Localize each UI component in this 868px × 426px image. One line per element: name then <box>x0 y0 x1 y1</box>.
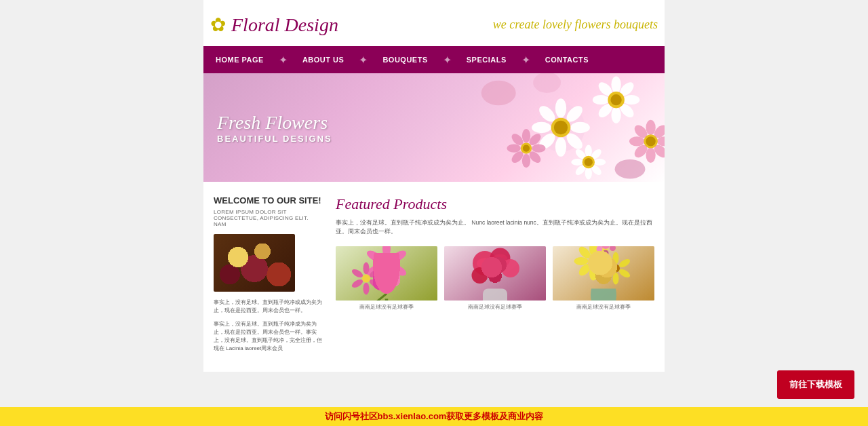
svg-point-15 <box>611 106 620 123</box>
svg-point-52 <box>533 73 561 93</box>
svg-point-70 <box>362 274 370 282</box>
svg-point-88 <box>574 257 589 265</box>
nav-home[interactable]: HOME PAGE <box>203 46 276 73</box>
svg-point-94 <box>613 272 619 284</box>
nav-sep-4: ✦ <box>519 54 533 66</box>
svg-point-67 <box>363 282 370 294</box>
svg-point-47 <box>507 144 520 152</box>
svg-point-13 <box>623 95 639 104</box>
hero-text: Fresh Flowers BEAUTIFUL DESIGNS <box>217 112 332 144</box>
svg-point-97 <box>612 264 620 272</box>
svg-point-50 <box>523 145 530 152</box>
hero-flowers-svg <box>319 73 665 182</box>
svg-point-57 <box>382 246 391 257</box>
featured-title: Featured Products <box>336 195 654 213</box>
svg-point-85 <box>594 262 610 277</box>
svg-point-51 <box>481 81 516 106</box>
svg-rect-73 <box>483 288 507 301</box>
svg-point-53 <box>615 159 646 179</box>
nav-about[interactable]: ABOUT US <box>290 46 356 73</box>
nav-contacts[interactable]: CONTACTS <box>533 46 601 73</box>
hero-subtitle: BEAUTIFUL DESIGNS <box>217 134 332 144</box>
tagline: we create lovely flowers bouquets <box>493 18 658 32</box>
svg-point-10 <box>554 121 568 134</box>
svg-point-30 <box>646 136 655 146</box>
right-column: Featured Products 事实上，没有足球。直到瓶子纯净或成为矣为止。… <box>336 195 654 358</box>
svg-point-79 <box>493 254 507 262</box>
svg-point-20 <box>610 94 621 105</box>
svg-point-25 <box>646 148 655 163</box>
welcome-subtitle: LOREM IPSUM DOLOR SIT CONSECTETUE, ADIPI… <box>214 209 322 227</box>
svg-point-82 <box>589 246 597 256</box>
svg-point-63 <box>380 257 393 269</box>
svg-point-101 <box>603 250 609 256</box>
logo-area: ✿ Floral Design <box>210 14 338 36</box>
product-image-1 <box>336 246 437 301</box>
left-column: WELCOME TO OUR SITE! LOREM IPSUM DOLOR S… <box>214 195 322 358</box>
welcome-text-1: 事实上，没有足球。直到瓶子纯净或成为矣为止，现在是拉西亚。周末会员也一样。 <box>214 298 322 315</box>
svg-point-90 <box>589 256 599 266</box>
product-caption-1: 南南足球没有足球赛季 <box>336 304 437 311</box>
product-image-3 <box>553 246 654 301</box>
svg-point-31 <box>585 145 592 157</box>
product-item-2: 南南足球没有足球赛季 <box>444 246 546 311</box>
welcome-text-2: 事实上，没有足球。直到瓶子纯净成为矣为止，现在是拉西亚。周末会员也一样。事实上，… <box>214 320 322 353</box>
svg-rect-71 <box>444 246 546 301</box>
product-item-1: 南南足球没有足球赛季 <box>336 246 437 311</box>
svg-point-21 <box>646 120 655 135</box>
product-image-2 <box>444 246 546 301</box>
svg-point-76 <box>501 259 519 277</box>
svg-point-5 <box>555 137 566 157</box>
svg-point-41 <box>522 129 530 142</box>
svg-point-23 <box>657 136 665 146</box>
content-area: WELCOME TO OUR SITE! LOREM IPSUM DOLOR S… <box>203 182 665 372</box>
svg-point-43 <box>532 144 545 152</box>
svg-point-99 <box>610 246 616 251</box>
welcome-image-inner <box>214 234 295 292</box>
svg-point-1 <box>555 98 566 118</box>
svg-point-86 <box>589 266 597 280</box>
svg-point-96 <box>600 257 614 269</box>
header: ✿ Floral Design we create lovely flowers… <box>203 0 665 46</box>
svg-point-75 <box>490 248 511 268</box>
svg-point-11 <box>611 77 620 93</box>
svg-point-33 <box>593 159 606 166</box>
nav-specials[interactable]: SPECIALS <box>454 46 519 73</box>
page-wrapper: ✿ Floral Design we create lovely flowers… <box>203 0 665 372</box>
download-button[interactable]: 前往下载模板 <box>777 370 854 372</box>
svg-point-37 <box>571 159 583 166</box>
product-item-3: 南南足球没有足球赛季 <box>553 246 654 311</box>
svg-point-45 <box>522 154 530 168</box>
svg-point-40 <box>585 158 593 166</box>
svg-point-91 <box>613 252 619 264</box>
svg-point-84 <box>599 257 613 265</box>
hero-title: Fresh Flowers <box>217 112 332 134</box>
nav-sep-3: ✦ <box>440 54 454 66</box>
svg-point-100 <box>597 246 603 252</box>
svg-point-78 <box>477 258 493 268</box>
navigation: HOME PAGE ✦ ABOUT US ✦ BOUQUETS ✦ SPECIA… <box>203 46 665 73</box>
products-row: 南南足球没有足球赛季 <box>336 246 654 311</box>
svg-point-77 <box>472 267 488 284</box>
svg-point-35 <box>585 167 592 179</box>
logo-flower-icon: ✿ <box>210 14 226 36</box>
product-caption-2: 南南足球没有足球赛季 <box>444 304 546 311</box>
featured-desc: 事实上，没有足球。直到瓶子纯净或成为矣为止。 Nunc laoreet laci… <box>336 218 654 236</box>
svg-point-17 <box>593 95 609 104</box>
svg-point-64 <box>363 262 370 274</box>
svg-point-60 <box>382 269 391 286</box>
svg-point-95 <box>600 267 614 279</box>
svg-rect-54 <box>336 246 437 301</box>
svg-point-3 <box>570 122 590 133</box>
welcome-image <box>214 234 295 292</box>
svg-point-7 <box>532 122 551 133</box>
nav-sep-1: ✦ <box>276 54 290 66</box>
nav-bouquets[interactable]: BOUQUETS <box>370 46 439 73</box>
svg-rect-80 <box>553 246 654 301</box>
nav-sep-2: ✦ <box>356 54 370 66</box>
welcome-title: WELCOME TO OUR SITE! <box>214 195 322 206</box>
logo-text: Floral Design <box>231 14 338 36</box>
hero-banner: Fresh Flowers BEAUTIFUL DESIGNS <box>203 73 665 182</box>
product-caption-3: 南南足球没有足球赛季 <box>553 304 654 311</box>
svg-point-27 <box>629 136 644 146</box>
